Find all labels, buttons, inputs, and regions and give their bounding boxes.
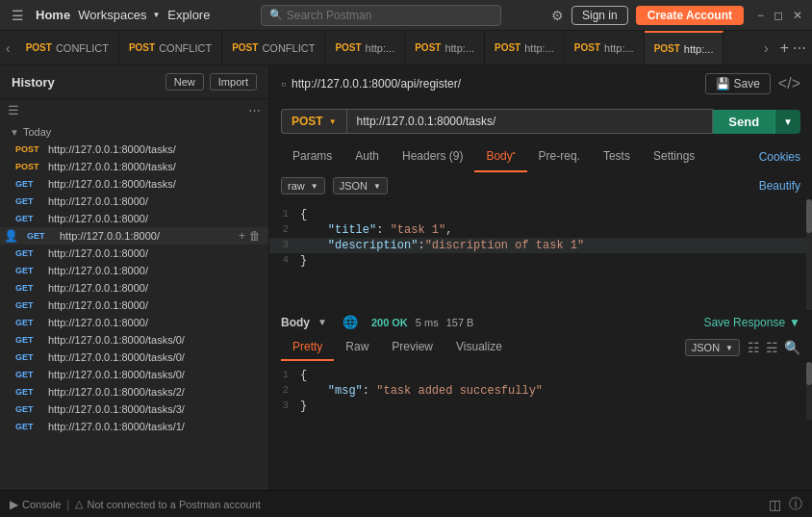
list-item[interactable]: GET http://127.0.0.1:8000/ bbox=[0, 210, 268, 227]
list-item[interactable]: GET http://127.0.0.1:8000/tasks/0/ bbox=[0, 366, 268, 383]
list-item[interactable]: GET http://127.0.0.1:8000/tasks/ bbox=[0, 175, 268, 193]
json-resp-select[interactable]: JSON ▼ bbox=[685, 339, 740, 356]
method-select[interactable]: POST ▼ bbox=[281, 109, 346, 134]
maximize-button[interactable]: ◻ bbox=[772, 7, 785, 24]
beautify-link[interactable]: Beautify bbox=[759, 179, 800, 193]
list-item[interactable]: GET http://127.0.0.1:8000/ bbox=[0, 279, 268, 297]
code-scrollbar[interactable] bbox=[806, 199, 812, 310]
tab-conflict-1[interactable]: POST CONFLICT bbox=[16, 31, 119, 65]
list-item[interactable]: GET http://127.0.0.1:8000/tasks/2/ bbox=[0, 383, 268, 401]
json-type-select[interactable]: JSON ▼ bbox=[333, 177, 388, 194]
minimize-button[interactable]: − bbox=[755, 7, 766, 24]
explore-link[interactable]: Explore bbox=[167, 8, 210, 22]
filter-resp-icon[interactable]: ☷ bbox=[748, 340, 760, 355]
sign-in-button[interactable]: Sign in bbox=[571, 6, 628, 25]
home-link[interactable]: Home bbox=[36, 8, 70, 22]
body-format-select[interactable]: raw ▼ bbox=[281, 177, 325, 194]
send-button[interactable]: Send bbox=[713, 110, 774, 134]
line-number: 2 bbox=[269, 223, 300, 235]
sidebar-section-header[interactable]: ▼ Today bbox=[0, 123, 268, 141]
tabs-prev-button[interactable]: ‹ bbox=[0, 40, 16, 56]
list-item[interactable]: GET http://127.0.0.1:8000/tasks/0/ bbox=[0, 331, 268, 349]
tab-settings[interactable]: Settings bbox=[642, 142, 706, 172]
cookies-link[interactable]: Cookies bbox=[759, 150, 800, 164]
json-resp-chevron-icon: ▼ bbox=[725, 344, 733, 352]
tab-post-3[interactable]: POST http:... bbox=[485, 31, 565, 65]
list-item[interactable]: GET http://127.0.0.1:8000/tasks/1/ bbox=[0, 418, 268, 435]
list-item[interactable]: GET http://127.0.0.1:8000/ bbox=[0, 262, 268, 279]
tabs-row: ‹ POST CONFLICT POST CONFLICT POST CONFL… bbox=[0, 31, 812, 65]
resp-tab-visualize[interactable]: Visualize bbox=[444, 334, 514, 361]
resp-line-1: 1 { bbox=[269, 368, 812, 383]
tab-add-button[interactable]: + bbox=[780, 39, 789, 57]
item-method: GET bbox=[27, 231, 54, 241]
new-button[interactable]: New bbox=[165, 73, 204, 90]
list-item[interactable]: GET http://127.0.0.1:8000/tasks/0/ bbox=[0, 349, 268, 366]
list-item[interactable]: GET http://127.0.0.1:8000/ bbox=[0, 193, 268, 210]
tab-conflict-3[interactable]: POST CONFLICT bbox=[222, 31, 325, 65]
list-item[interactable]: GET http://127.0.0.1:8000/tasks/3/ bbox=[0, 401, 268, 418]
tab-post-5-active[interactable]: POST http:... bbox=[645, 31, 724, 65]
resp-scrollbar[interactable] bbox=[806, 362, 812, 420]
tab-params[interactable]: Params bbox=[281, 142, 343, 172]
response-dropdown-icon[interactable]: ▼ bbox=[317, 317, 327, 327]
item-url: http://127.0.0.1:8000/ bbox=[60, 230, 160, 242]
console-button[interactable]: ▶ Console bbox=[10, 498, 61, 511]
code-button[interactable]: </> bbox=[778, 75, 800, 92]
url-input[interactable] bbox=[346, 109, 714, 134]
item-method: GET bbox=[15, 283, 42, 293]
settings-icon[interactable]: ⚙ bbox=[551, 8, 564, 23]
line-number: 3 bbox=[269, 239, 300, 250]
search-input[interactable] bbox=[287, 9, 493, 22]
list-item[interactable]: GET http://127.0.0.1:8000/ bbox=[0, 245, 268, 262]
sidebar-more-icon[interactable]: ⋯ bbox=[248, 103, 261, 117]
layout-icon[interactable]: ◫ bbox=[769, 497, 781, 512]
send-dropdown-button[interactable]: ▼ bbox=[774, 110, 800, 134]
tab-post-2[interactable]: POST http:... bbox=[405, 31, 485, 65]
resp-tab-preview[interactable]: Preview bbox=[380, 334, 444, 361]
request-tabs: Params Auth Headers (9) Body• Pre-req. T… bbox=[269, 141, 812, 173]
copy-resp-icon[interactable]: ☵ bbox=[766, 340, 778, 355]
save-response-button[interactable]: Save Response ▼ bbox=[703, 316, 800, 329]
tab-conflict-2[interactable]: POST CONFLICT bbox=[119, 31, 222, 65]
list-item[interactable]: POST http://127.0.0.1:8000/tasks/ bbox=[0, 141, 268, 158]
tab-more-button[interactable]: ⋯ bbox=[793, 40, 806, 56]
tab-url: CONFLICT bbox=[262, 42, 315, 54]
delete-item-icon[interactable]: 🗑 bbox=[249, 229, 261, 243]
code-line-4: 4 } bbox=[269, 253, 812, 269]
item-url: http://127.0.0.1:8000/tasks/0/ bbox=[48, 351, 185, 363]
add-item-icon[interactable]: + bbox=[239, 229, 245, 243]
tab-body[interactable]: Body• bbox=[474, 141, 526, 172]
workspaces-button[interactable]: Workspaces ▼ bbox=[78, 8, 160, 22]
item-url: http://127.0.0.1:8000/ bbox=[48, 247, 148, 259]
tabs-next-button[interactable]: › bbox=[758, 40, 774, 56]
tab-post-1[interactable]: POST http:... bbox=[325, 31, 405, 65]
list-item[interactable]: GET http://127.0.0.1:8000/ bbox=[0, 297, 268, 314]
tab-post-4[interactable]: POST http:... bbox=[565, 31, 645, 65]
item-url: http://127.0.0.1:8000/tasks/2/ bbox=[48, 386, 185, 398]
close-button[interactable]: ✕ bbox=[791, 7, 804, 24]
resp-tab-raw[interactable]: Raw bbox=[334, 334, 380, 361]
filter-icon[interactable]: ☰ bbox=[8, 103, 19, 117]
hamburger-icon[interactable]: ☰ bbox=[8, 6, 28, 25]
create-account-button[interactable]: Create Account bbox=[636, 6, 744, 25]
list-item[interactable]: GET http://127.0.0.1:8000/ bbox=[0, 314, 268, 331]
user-icon: 👤 bbox=[4, 229, 18, 243]
help-icon[interactable]: ⓘ bbox=[789, 496, 802, 513]
tab-prereq[interactable]: Pre-req. bbox=[527, 142, 592, 172]
sidebar-filter-row: ☰ ⋯ bbox=[0, 99, 268, 121]
list-item[interactable]: 👤 GET http://127.0.0.1:8000/ + 🗑 bbox=[0, 227, 268, 245]
search-resp-icon[interactable]: 🔍 bbox=[784, 340, 800, 355]
url-bar: POST ▼ Send ▼ bbox=[269, 103, 812, 141]
tab-headers[interactable]: Headers (9) bbox=[391, 142, 474, 172]
code-editor[interactable]: 1 { 2 "title": "task 1", 3 "description"… bbox=[269, 199, 812, 310]
main-layout: History New Import ☰ ⋯ ▼ Today POST http… bbox=[0, 65, 812, 490]
tab-auth[interactable]: Auth bbox=[343, 142, 391, 172]
import-button[interactable]: Import bbox=[210, 73, 257, 90]
save-button[interactable]: 💾 Save bbox=[705, 73, 771, 94]
resp-tab-pretty[interactable]: Pretty bbox=[281, 334, 334, 361]
tab-method: POST bbox=[495, 42, 520, 53]
list-item[interactable]: POST http://127.0.0.1:8000/tasks/ bbox=[0, 158, 268, 175]
tab-tests[interactable]: Tests bbox=[592, 142, 642, 172]
response-tabs: Pretty Raw Preview Visualize JSON ▼ ☷ ☵ … bbox=[269, 334, 812, 362]
